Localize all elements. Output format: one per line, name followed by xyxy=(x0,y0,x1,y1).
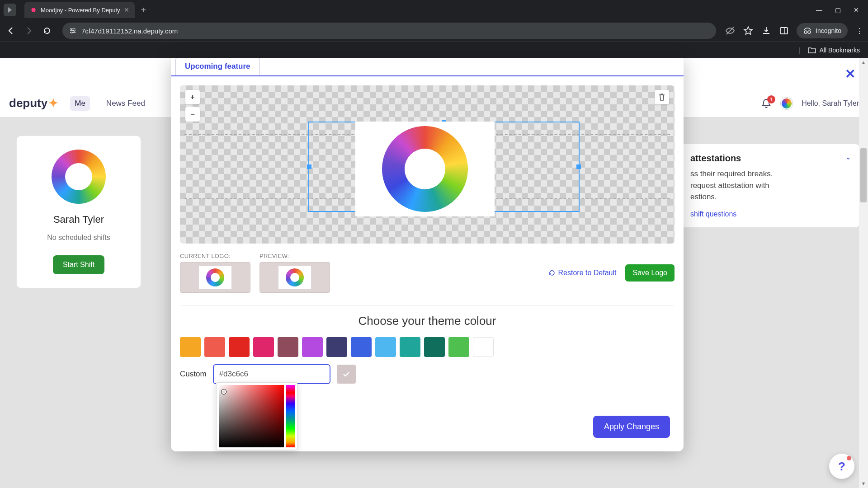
svg-point-0 xyxy=(71,28,72,29)
start-shift-button[interactable]: Start Shift xyxy=(53,255,104,274)
greeting-text: Hello, Sarah Tyler xyxy=(802,99,859,108)
uploaded-image[interactable] xyxy=(355,122,495,216)
notifications-badge: 1 xyxy=(767,95,775,103)
restore-default-link[interactable]: Restore to Default xyxy=(548,269,617,277)
crop-handle[interactable] xyxy=(576,164,581,169)
bookmarks-bar: | All Bookmarks xyxy=(0,42,868,58)
preview-label: PREVIEW: xyxy=(259,253,330,259)
notifications-bell-icon[interactable]: 1 xyxy=(761,98,772,109)
downloads-icon[interactable] xyxy=(761,26,771,36)
colour-picker-sv[interactable] xyxy=(219,385,284,447)
bookmarks-folder-icon xyxy=(808,47,816,54)
attestations-panel: ⌃ attestations ss their required breaks.… xyxy=(679,144,860,228)
reload-button[interactable] xyxy=(41,24,53,37)
modal-tab-upcoming[interactable]: Upcoming feature xyxy=(175,58,260,75)
window-controls: ― ▢ ✕ xyxy=(816,6,864,14)
colour-swatch[interactable] xyxy=(375,337,396,357)
minimize-icon[interactable]: ― xyxy=(816,6,822,14)
tab-close-icon[interactable]: ✕ xyxy=(124,6,129,14)
colour-swatch[interactable] xyxy=(424,337,445,357)
address-bar[interactable]: 7cf47d19112152.na.deputy.com xyxy=(62,23,716,39)
app-menu-icon[interactable] xyxy=(4,4,16,16)
chevron-up-icon[interactable]: ⌃ xyxy=(845,152,851,161)
kebab-menu-icon[interactable]: ⋮ xyxy=(856,27,863,35)
svg-point-7 xyxy=(808,31,811,33)
logo-canvas[interactable]: + − xyxy=(180,85,675,244)
colour-swatch[interactable] xyxy=(351,337,372,357)
delete-image-button[interactable] xyxy=(655,90,669,104)
help-button[interactable]: ? xyxy=(829,454,854,479)
colour-swatch[interactable] xyxy=(229,337,250,357)
apply-changes-button[interactable]: Apply Changes xyxy=(593,416,670,438)
scroll-thumb[interactable] xyxy=(860,148,867,202)
preview-logo-thumb xyxy=(259,262,330,293)
banner-close-icon[interactable]: ✕ xyxy=(845,66,855,81)
zoom-out-button[interactable]: − xyxy=(185,107,200,122)
colour-swatch[interactable] xyxy=(278,337,298,357)
crop-handle[interactable] xyxy=(307,164,311,169)
scroll-down-icon[interactable]: ▼ xyxy=(859,479,868,488)
browser-tab[interactable]: Moodjoy - Powered By Deputy ✕ xyxy=(24,2,135,18)
deputy-logo[interactable]: deputy✦ xyxy=(9,96,58,110)
panel-line: estions. xyxy=(690,191,849,203)
svg-point-6 xyxy=(804,31,807,33)
star-icon: ✦ xyxy=(48,96,58,110)
forward-button xyxy=(23,24,35,37)
zoom-in-button[interactable]: + xyxy=(185,90,200,104)
svg-point-1 xyxy=(73,30,75,31)
divider xyxy=(180,305,675,306)
incognito-indicator[interactable]: Incognito xyxy=(797,23,848,38)
check-icon xyxy=(342,370,350,378)
tab-me[interactable]: Me xyxy=(70,96,90,111)
custom-colour-input[interactable] xyxy=(213,364,330,384)
custom-colour-preview[interactable] xyxy=(337,365,356,384)
maximize-icon[interactable]: ▢ xyxy=(835,6,841,14)
colour-swatch[interactable] xyxy=(448,337,469,357)
colour-swatch[interactable] xyxy=(302,337,323,357)
colour-picker-cursor[interactable] xyxy=(222,389,226,394)
tab-title: Moodjoy - Powered By Deputy xyxy=(41,7,120,14)
panel-line: request attestation with xyxy=(690,180,849,192)
bookmark-star-icon[interactable] xyxy=(743,26,753,36)
no-shifts-text: No scheduled shifts xyxy=(47,234,110,242)
eye-off-icon[interactable] xyxy=(725,26,735,36)
theme-colour-heading: Choose your theme colour xyxy=(171,314,684,328)
colour-swatch-empty[interactable] xyxy=(473,337,494,357)
all-bookmarks-link[interactable]: All Bookmarks xyxy=(820,47,860,54)
shift-questions-link[interactable]: shift questions xyxy=(690,210,736,218)
svg-point-2 xyxy=(71,32,72,33)
page-scrollbar[interactable]: ▲ ▼ xyxy=(859,58,868,488)
save-logo-button[interactable]: Save Logo xyxy=(625,264,675,282)
tab-news-feed[interactable]: News Feed xyxy=(102,96,150,111)
colour-picker-popup[interactable] xyxy=(216,382,297,450)
panel-line: ss their required breaks. xyxy=(690,168,849,180)
colour-swatch[interactable] xyxy=(253,337,274,357)
colour-picker-hue[interactable] xyxy=(286,385,295,447)
colour-swatch[interactable] xyxy=(400,337,420,357)
favicon-icon xyxy=(30,6,37,14)
close-window-icon[interactable]: ✕ xyxy=(854,6,859,14)
restore-icon xyxy=(548,269,556,277)
theme-editor-modal: Upcoming feature + − CU xyxy=(171,58,684,451)
current-logo-label: CURRENT LOGO: xyxy=(180,253,250,259)
browser-chrome: Moodjoy - Powered By Deputy ✕ + ― ▢ ✕ 7c… xyxy=(0,0,868,58)
svg-rect-4 xyxy=(780,28,788,34)
custom-colour-label: Custom xyxy=(180,370,207,379)
titlebar: Moodjoy - Powered By Deputy ✕ + ― ▢ ✕ xyxy=(0,0,868,20)
new-tab-button[interactable]: + xyxy=(135,5,153,15)
colour-swatch[interactable] xyxy=(204,337,225,357)
profile-card: Sarah Tyler No scheduled shifts Start Sh… xyxy=(16,136,141,288)
colour-swatch[interactable] xyxy=(180,337,201,357)
side-panel-icon[interactable] xyxy=(779,26,788,35)
incognito-label: Incognito xyxy=(816,27,841,34)
site-settings-icon[interactable] xyxy=(69,27,77,35)
avatar xyxy=(52,150,106,204)
url-text: 7cf47d19112152.na.deputy.com xyxy=(81,27,178,35)
colour-swatch[interactable] xyxy=(326,337,347,357)
browser-toolbar: 7cf47d19112152.na.deputy.com Incognito ⋮ xyxy=(0,20,868,42)
back-button[interactable] xyxy=(5,24,17,37)
panel-title: attestations xyxy=(690,153,849,164)
theme-indicator-icon[interactable] xyxy=(781,98,793,109)
colour-swatch-row xyxy=(171,337,684,357)
scroll-up-icon[interactable]: ▲ xyxy=(859,58,868,67)
